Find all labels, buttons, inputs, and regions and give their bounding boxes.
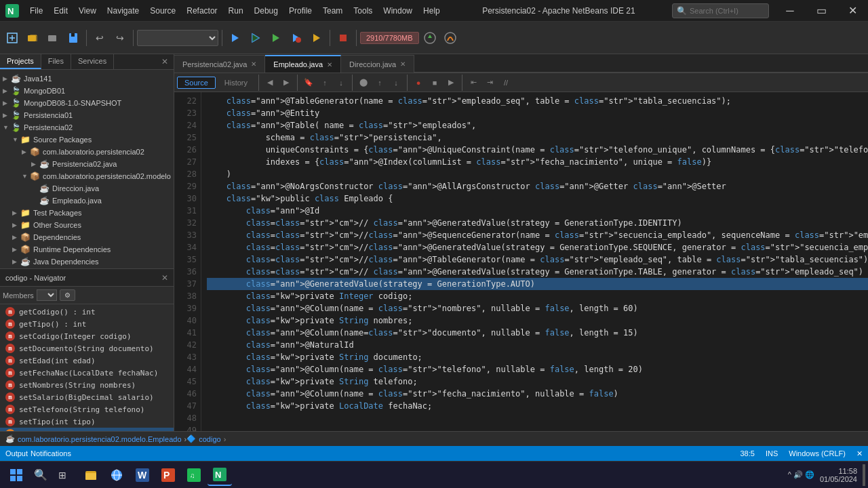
record-macro[interactable]: ● xyxy=(411,75,426,90)
tab-projects[interactable]: Projects xyxy=(0,54,41,69)
menu-help[interactable]: Help xyxy=(418,0,446,21)
shift-right[interactable]: ⇥ xyxy=(482,75,497,90)
tree-item[interactable]: ▶ 📦 com.laboratorio.persistencia02 xyxy=(0,146,174,158)
menu-file[interactable]: File xyxy=(24,0,48,21)
tree-item[interactable]: ▶ ☕ Persistencia02.java xyxy=(0,158,174,170)
breadcrumb-member[interactable]: codigo xyxy=(199,435,220,443)
editor-btn-back[interactable]: ◀ xyxy=(262,75,277,90)
toggle-bookmark[interactable]: 🔖 xyxy=(301,75,316,90)
memory-indicator[interactable]: 2910/7780MB xyxy=(360,32,419,44)
close-status-button[interactable]: ✕ xyxy=(856,449,863,458)
config-dropdown[interactable] xyxy=(137,30,218,46)
tree-item[interactable]: ☕ Empleado.java xyxy=(0,195,174,207)
nav-list-item[interactable]: f codigo : Integer xyxy=(0,428,174,431)
tab-persistencia02[interactable]: Persistencia02.java ✕ xyxy=(174,55,265,73)
notifications-tab[interactable]: Notifications xyxy=(31,449,71,458)
run-macro[interactable]: ▶ xyxy=(443,75,458,90)
editor-btn-forward[interactable]: ▶ xyxy=(279,75,294,90)
next-breakpoint[interactable]: ↓ xyxy=(389,75,403,90)
menu-profile[interactable]: Profile xyxy=(283,0,317,21)
minimize-button[interactable]: ─ xyxy=(774,0,806,22)
menu-window[interactable]: Window xyxy=(378,0,418,21)
toggle-comment[interactable]: // xyxy=(498,75,513,90)
new-project-button[interactable] xyxy=(3,28,22,47)
nav-list-item[interactable]: m getTipo() : int xyxy=(0,318,174,330)
profile-button[interactable] xyxy=(307,28,326,47)
next-bookmark[interactable]: ↓ xyxy=(334,75,349,90)
save-button[interactable] xyxy=(64,28,83,47)
tree-item[interactable]: ▼ 📁 Source Packages xyxy=(0,134,174,146)
navigator-close-button[interactable]: ✕ xyxy=(161,273,168,283)
source-view-button[interactable]: Source xyxy=(177,77,216,89)
menu-source[interactable]: Source xyxy=(144,0,181,21)
open-project-button[interactable] xyxy=(23,28,42,47)
breadcrumb-path[interactable]: com.laboratorio.persistencia02.modelo.Em… xyxy=(18,435,182,443)
tree-item[interactable]: ▶ ☕ Java Dependencies xyxy=(0,256,174,268)
maximize-button[interactable]: ▭ xyxy=(806,0,837,22)
tree-item[interactable]: ▶ ☕ Java141 xyxy=(0,73,174,85)
members-filter-dropdown[interactable] xyxy=(37,289,57,301)
stop-macro[interactable]: ■ xyxy=(427,75,442,90)
nav-list-item[interactable]: m setTelefono(String telefono) xyxy=(0,403,174,415)
nav-list-item[interactable]: m setFechaNac(LocalDate fechaNac) xyxy=(0,367,174,379)
undo-button[interactable]: ↩ xyxy=(90,28,109,47)
tab-close-icon[interactable]: ✕ xyxy=(251,60,256,68)
tree-item[interactable]: ☕ Direccion.java xyxy=(0,182,174,195)
navigator-config-button[interactable]: ⚙ xyxy=(60,289,75,301)
show-desktop-button[interactable] xyxy=(863,464,865,486)
tree-item[interactable]: ▶ 📁 Other Sources xyxy=(0,219,174,231)
start-button[interactable] xyxy=(3,464,30,486)
close-button[interactable]: ✕ xyxy=(837,0,868,22)
taskbar-app-netbeans[interactable]: N xyxy=(208,464,232,486)
redo-button[interactable]: ↪ xyxy=(111,28,130,47)
code-content[interactable]: class="ann">@TableGenerator(name = class… xyxy=(201,92,868,431)
toggle-breakpoint[interactable]: ⬤ xyxy=(356,75,371,90)
menu-refactor[interactable]: Refactor xyxy=(181,0,222,21)
tab-close-icon[interactable]: ✕ xyxy=(400,60,406,68)
nav-list-item[interactable]: m setDocumento(String documento) xyxy=(0,342,174,354)
nav-list-item[interactable]: m setEdad(int edad) xyxy=(0,354,174,367)
tree-item[interactable]: ▶ 🍃 Persistencia01 xyxy=(0,109,174,121)
menu-navigate[interactable]: Navigate xyxy=(102,0,144,21)
panel-close-button[interactable]: ✕ xyxy=(156,54,174,69)
build-button[interactable] xyxy=(226,28,245,47)
tab-files[interactable]: Files xyxy=(41,54,71,69)
prev-bookmark[interactable]: ↑ xyxy=(317,75,332,90)
taskbar-app-explorer[interactable] xyxy=(79,464,103,486)
history-view-button[interactable]: History xyxy=(217,77,255,89)
search-box[interactable]: 🔍 xyxy=(672,3,769,18)
tree-item[interactable]: ▶ 📦 Dependencies xyxy=(0,231,174,243)
taskbar-app-browser[interactable] xyxy=(104,464,129,486)
search-input[interactable] xyxy=(690,7,764,15)
tree-item[interactable]: ▼ 🍃 Persistencia02 xyxy=(0,121,174,134)
clean-button[interactable] xyxy=(246,28,265,47)
prev-breakpoint[interactable]: ↑ xyxy=(372,75,387,90)
search-taskbar-button[interactable]: 🔍 xyxy=(30,464,52,486)
menu-run[interactable]: Run xyxy=(223,0,249,21)
menu-debug[interactable]: Debug xyxy=(249,0,283,21)
menu-team[interactable]: Team xyxy=(317,0,348,21)
nav-list-item[interactable]: m setNombres(String nombres) xyxy=(0,379,174,391)
menu-edit[interactable]: Edit xyxy=(48,0,73,21)
tree-item[interactable]: ▶ 📁 Test Packages xyxy=(0,207,174,219)
nav-list-item[interactable]: m setSalario(BigDecimal salario) xyxy=(0,391,174,403)
tree-item[interactable]: ▼ 📦 com.laboratorio.persistencia02.model… xyxy=(0,170,174,182)
run-button[interactable] xyxy=(267,28,285,47)
taskbar-app-powerpoint[interactable]: P xyxy=(156,464,180,486)
gc-button[interactable] xyxy=(420,28,439,47)
nav-list-item[interactable]: m setTipo(int tipo) xyxy=(0,415,174,428)
profile2-button[interactable] xyxy=(441,28,460,47)
tab-empleado[interactable]: Empleado.java ✕ xyxy=(265,55,341,73)
tree-item[interactable]: ▶ 🍃 MongoDB01 xyxy=(0,85,174,97)
output-tab[interactable]: Output xyxy=(5,449,28,458)
tree-item[interactable]: ▶ 📦 Runtime Dependencies xyxy=(0,243,174,256)
debug-button[interactable] xyxy=(287,28,306,47)
tab-services[interactable]: Services xyxy=(71,54,114,69)
close-project-button[interactable] xyxy=(43,28,62,47)
taskbar-app-music[interactable]: ♫ xyxy=(182,464,206,486)
shift-left[interactable]: ⇤ xyxy=(466,75,481,90)
tree-item[interactable]: ▶ 🍃 MongoDB08-1.0-SNAPSHOT xyxy=(0,97,174,109)
menu-tools[interactable]: Tools xyxy=(348,0,378,21)
taskbar-app-word[interactable]: W xyxy=(130,464,155,486)
menu-view[interactable]: View xyxy=(73,0,102,21)
